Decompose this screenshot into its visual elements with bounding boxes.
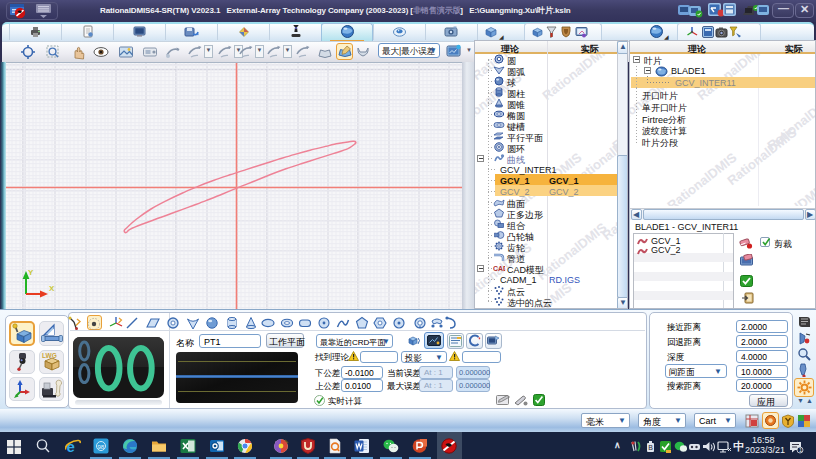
svg-text:Y: Y bbox=[28, 269, 34, 277]
svg-text:CAD: CAD bbox=[493, 265, 505, 272]
svg-text:1: 1 bbox=[799, 447, 802, 453]
svg-text:B: B bbox=[648, 444, 653, 451]
svg-text:X: X bbox=[49, 284, 55, 293]
svg-text:LWG: LWG bbox=[42, 352, 57, 359]
svg-text:98: 98 bbox=[98, 444, 105, 450]
